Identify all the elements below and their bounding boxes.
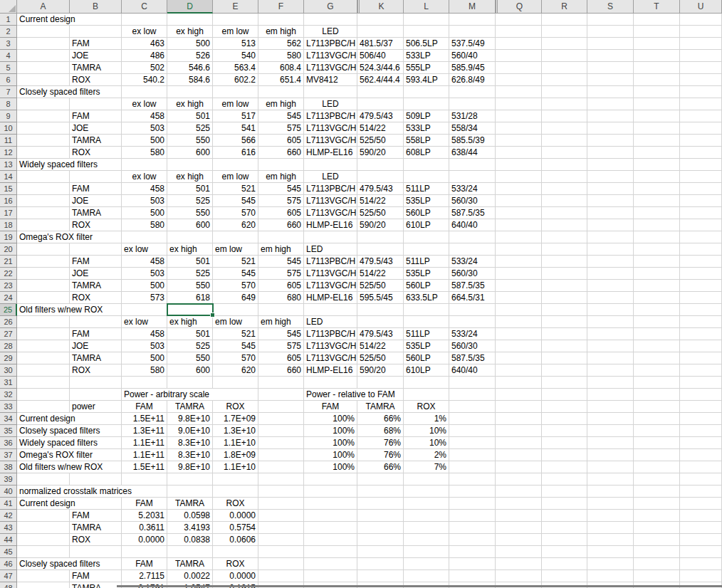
cell-D44[interactable]: 0.0838 [167, 534, 213, 546]
cell-D3[interactable]: 500 [167, 38, 213, 50]
cell-Q47[interactable] [496, 570, 542, 582]
cell-G16[interactable]: L7113VGC/H [304, 195, 357, 207]
cell-K24[interactable]: 595.5/45 [357, 292, 404, 304]
cell-E45[interactable] [213, 546, 258, 558]
cell-K46[interactable] [357, 558, 404, 570]
cell-L11[interactable]: 558LP [404, 135, 449, 147]
cell-F47[interactable] [258, 570, 304, 582]
cell-F18[interactable]: 660 [258, 219, 304, 231]
cell-K29[interactable]: 525/50 [357, 352, 404, 364]
cell-T42[interactable] [634, 510, 680, 522]
cell-E44[interactable]: 0.0606 [213, 534, 258, 546]
cell-C2[interactable]: ex low [122, 26, 167, 38]
cell-G34[interactable]: 100% [304, 413, 357, 425]
cell-K36[interactable]: 76% [357, 437, 404, 449]
cell-A9[interactable] [17, 110, 70, 122]
cell-A1[interactable]: Current design [17, 14, 122, 26]
cell-T2[interactable] [634, 26, 680, 38]
cell-F36[interactable] [258, 437, 304, 449]
cell-B39[interactable] [70, 473, 122, 485]
cell-G7[interactable] [304, 86, 357, 98]
cell-Q36[interactable] [496, 437, 542, 449]
cell-R40[interactable] [542, 485, 587, 498]
cell-S29[interactable] [587, 352, 634, 364]
cell-S27[interactable] [587, 328, 634, 340]
cell-E34[interactable]: 1.7E+09 [213, 413, 258, 425]
cell-B8[interactable] [70, 98, 122, 110]
cell-T21[interactable] [634, 256, 680, 268]
cell-D35[interactable]: 9.0E+10 [167, 425, 213, 437]
cell-K7[interactable] [357, 86, 404, 98]
cell-S12[interactable] [587, 147, 634, 159]
cell-R35[interactable] [542, 425, 587, 437]
cell-R25[interactable] [542, 304, 587, 316]
cell-L34[interactable]: 1% [404, 413, 449, 425]
cell-C22[interactable]: 503 [122, 268, 167, 280]
cell-D33[interactable]: TAMRA [167, 401, 213, 413]
cell-F38[interactable] [258, 461, 304, 473]
cell-S23[interactable] [587, 280, 634, 292]
column-header-C[interactable]: C [122, 0, 167, 14]
cell-D38[interactable]: 9.8E+10 [167, 461, 213, 473]
cell-A28[interactable] [17, 340, 70, 352]
cell-U7[interactable] [680, 86, 722, 98]
cell-B4[interactable]: JOE [70, 50, 122, 62]
cell-R19[interactable] [542, 231, 587, 243]
cell-A14[interactable] [17, 171, 70, 183]
cell-Q35[interactable] [496, 425, 542, 437]
row-header-13[interactable]: 13 [0, 159, 17, 171]
cell-U16[interactable] [680, 195, 722, 207]
cell-A38[interactable]: Old filters w/new ROX [17, 461, 122, 473]
cell-K26[interactable] [357, 316, 404, 328]
cell-D14[interactable]: ex high [167, 171, 213, 183]
cell-U40[interactable] [680, 485, 722, 498]
cell-F40[interactable] [258, 485, 304, 498]
cell-D5[interactable]: 546.6 [167, 62, 213, 74]
cell-F9[interactable]: 545 [258, 110, 304, 122]
cell-D41[interactable]: TAMRA [167, 498, 213, 510]
cell-E1[interactable] [213, 14, 258, 26]
cell-F23[interactable]: 605 [258, 280, 304, 292]
cell-F45[interactable] [258, 546, 304, 558]
cell-K16[interactable]: 514/22 [357, 195, 404, 207]
cell-T28[interactable] [634, 340, 680, 352]
cell-L2[interactable] [404, 26, 449, 38]
row-header-46[interactable]: 46 [0, 558, 17, 570]
row-header-6[interactable]: 6 [0, 74, 17, 86]
cell-M19[interactable] [449, 231, 496, 243]
cell-A19[interactable]: Omega's ROX filter [17, 231, 122, 243]
cell-E10[interactable]: 541 [213, 122, 258, 135]
cell-T18[interactable] [634, 219, 680, 231]
cell-D31[interactable] [167, 377, 213, 389]
cell-F12[interactable]: 660 [258, 147, 304, 159]
cell-U12[interactable] [680, 147, 722, 159]
select-all-corner[interactable] [0, 0, 17, 14]
cell-A31[interactable] [17, 377, 70, 389]
cell-E36[interactable]: 1.1E+10 [213, 437, 258, 449]
cell-G27[interactable]: L7113PBC/H [304, 328, 357, 340]
row-header-33[interactable]: 33 [0, 401, 17, 413]
cell-B45[interactable] [70, 546, 122, 558]
cell-L14[interactable] [404, 171, 449, 183]
cell-L13[interactable] [404, 159, 449, 171]
cell-D11[interactable]: 550 [167, 135, 213, 147]
cell-B17[interactable]: TAMRA [70, 207, 122, 219]
cell-R20[interactable] [542, 243, 587, 256]
cell-F43[interactable] [258, 522, 304, 534]
cell-L46[interactable] [404, 558, 449, 570]
cell-T45[interactable] [634, 546, 680, 558]
cell-F19[interactable] [258, 231, 304, 243]
cell-F22[interactable]: 575 [258, 268, 304, 280]
cell-C37[interactable]: 1.1E+11 [122, 449, 167, 461]
row-header-18[interactable]: 18 [0, 219, 17, 231]
column-header-D[interactable]: D [167, 0, 213, 14]
cell-S44[interactable] [587, 534, 634, 546]
cell-L10[interactable]: 533LP [404, 122, 449, 135]
cell-R15[interactable] [542, 183, 587, 195]
cell-M47[interactable] [449, 570, 496, 582]
row-header-31[interactable]: 31 [0, 377, 17, 389]
cell-F28[interactable]: 575 [258, 340, 304, 352]
cell-R26[interactable] [542, 316, 587, 328]
cell-R34[interactable] [542, 413, 587, 425]
cell-T39[interactable] [634, 473, 680, 485]
